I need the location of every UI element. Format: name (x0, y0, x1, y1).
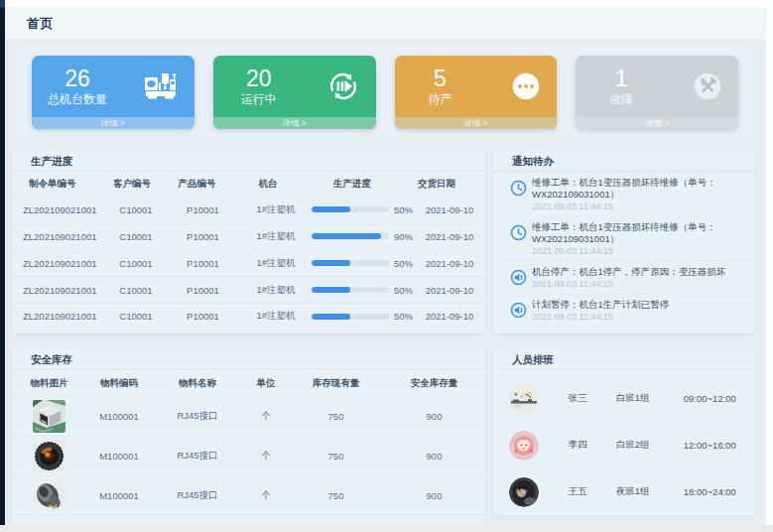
material-name: RJ45接口 (152, 489, 243, 502)
order-no: ZL202109021001 (12, 258, 106, 269)
stat-card-fault[interactable]: 1 故障 (576, 56, 738, 129)
stat-card-total-machines[interactable]: 26 总机台数量 (32, 56, 194, 129)
stock-safe: 900 (383, 411, 485, 422)
progress-track (312, 314, 389, 320)
customer-no: C10001 (106, 231, 166, 242)
column-header: 机台 (233, 178, 303, 191)
table-row[interactable]: M100001 RJ45接口 个 750 900 (12, 475, 485, 515)
notification-text: 维修工单：机台1变压器损坏待维修（单号：WX202109031001） (532, 177, 749, 200)
notification-time: 2021.09.03 11:44:15 (532, 278, 749, 290)
progress-fill (312, 260, 350, 266)
waiting-icon (512, 72, 540, 100)
delivery-date: 2021-09-10 (414, 204, 485, 215)
tab-home[interactable]: 首页 (27, 15, 54, 33)
column-header: 交货日期 (402, 178, 471, 191)
waiting-value: 5 (395, 66, 486, 90)
notification-item[interactable]: 维修工单：机台1变压器损坏待维修（单号：WX202109031001） 2021… (493, 172, 755, 216)
detail-link-label: 详情 > (463, 118, 487, 128)
speaker-driver-photo (33, 440, 65, 472)
bottom-edge (0, 525, 773, 532)
material-unit: 个 (243, 489, 289, 502)
table-row[interactable]: ZL202109021001 C10001 P10001 1#注塑机 50% 2… (12, 249, 485, 276)
machine-name: 1#注塑机 (240, 203, 312, 216)
stock-current: 750 (289, 411, 383, 422)
notification-time: 2021.09.03 11:44:15 (532, 200, 749, 212)
stock-safe: 900 (383, 490, 485, 501)
table-row[interactable]: M100001 RJ45接口 个 750 900 (12, 396, 485, 436)
avatar-wangwu (509, 477, 539, 507)
order-no: ZL202109021001 (12, 285, 106, 296)
column-header: 物料编码 (86, 377, 152, 390)
progress-fill (312, 314, 350, 320)
notification-item[interactable]: 维修工单：机台1变压器损坏待维修（单号：WX202109031001） 2021… (493, 216, 755, 261)
progress-label: 50% (394, 311, 413, 322)
progress-fill (312, 233, 381, 239)
progress-fill (312, 206, 350, 212)
table-row[interactable]: ZL202109021001 C10001 P10001 1#注塑机 50% 2… (12, 196, 485, 222)
right-edge (766, 0, 773, 525)
order-no: ZL202109021001 (12, 311, 106, 322)
progress-cell: 50% (312, 311, 414, 322)
clock-icon (510, 224, 527, 241)
stock-current: 750 (289, 490, 383, 501)
column-header: 库存现有量 (289, 377, 383, 390)
material-code: M100001 (86, 490, 152, 501)
progress-cell: 50% (312, 258, 414, 269)
progress-cell: 90% (312, 231, 414, 242)
stat-card-running[interactable]: 20 运行中 (213, 56, 376, 129)
sidebar-collapsed-strip[interactable] (0, 0, 5, 525)
progress-label: 50% (394, 258, 413, 269)
progress-fill (312, 287, 350, 293)
total-machines-label: 总机台数量 (32, 93, 123, 106)
table-header: 物料图片 物料编码 物料名称 单位 库存现有量 安全库存量 (12, 370, 485, 396)
notifications-panel: 通知待办 维修工单：机台1变压器损坏待维修（单号：WX202109031001）… (493, 149, 755, 333)
speaker-icon (510, 269, 527, 286)
total-machines-detail-link[interactable]: 详情 > (32, 117, 194, 129)
notification-time: 2021.09.03 11:44:15 (532, 311, 749, 323)
progress-cell: 50% (312, 204, 414, 215)
stat-card-waiting[interactable]: 5 待产 详情 > (395, 56, 558, 129)
safety-stock-panel: 安全库存 物料图片 物料编码 物料名称 单位 库存现有量 安全库存量 (12, 347, 485, 532)
card-main: 26 总机台数量 (32, 56, 194, 117)
machine-name: 1#注塑机 (240, 310, 312, 323)
detail-link-label: 详情 > (645, 118, 669, 128)
running-label: 运行中 (213, 93, 305, 106)
notification-item[interactable]: 机台停产：机台1停产，停产原因：变压器损坏 2021.09.03 11:44:1… (493, 261, 755, 294)
notification-item[interactable]: 计划暂停：机台1生产计划已暂停 2021.09.03 11:44:15 (493, 294, 755, 327)
notification-time: 2021.09.03 11:44:15 (532, 245, 749, 257)
fault-detail-link[interactable]: 详情 > (576, 117, 738, 129)
fault-value: 1 (576, 66, 667, 90)
notification-text: 维修工单：机台1变压器损坏待维修（单号：WX202109031001） (532, 221, 749, 245)
column-header: 制令单编号 (12, 178, 103, 191)
total-machines-value: 26 (32, 66, 123, 90)
staff-schedule-panel: 人员排班 张三 (493, 347, 755, 515)
schedule-row[interactable]: 张三 白班1组 09:00~12:00 (493, 375, 755, 422)
schedule-row[interactable]: 王五 夜班1组 18:00~24:00 (493, 468, 755, 515)
table-row[interactable]: ZL202109021001 C10001 P10001 1#注塑机 50% 2… (12, 303, 485, 330)
column-header: 物料图片 (12, 377, 86, 390)
progress-cell: 50% (312, 285, 414, 296)
production-progress-panel: 生产进度 制令单编号 客户编号 产品编号 机台 生产进度 交货日期 ZL2021… (12, 149, 485, 333)
material-name: RJ45接口 (152, 410, 243, 423)
clock-icon (510, 180, 527, 197)
material-code: M100001 (86, 411, 152, 422)
loudspeaker-photo (33, 479, 65, 512)
table-row[interactable]: ZL202109021001 C10001 P10001 1#注塑机 50% 2… (12, 276, 485, 303)
table-row[interactable]: ZL202109021001 C10001 P10001 1#注塑机 90% 2… (12, 222, 485, 249)
material-code: M100001 (86, 451, 152, 462)
table-row[interactable]: M100001 RJ45接口 个 750 900 (12, 436, 485, 475)
schedule-row[interactable]: 李四 白班2组 12:00~16:00 (493, 422, 755, 468)
avatar-zhangsan (509, 384, 539, 414)
dashboard-content: 26 总机台数量 (5, 39, 766, 525)
delivery-date: 2021-09-10 (414, 231, 485, 242)
machine-name: 1#注塑机 (240, 257, 312, 270)
progress-label: 90% (394, 231, 413, 242)
panel-title: 通知待办 (493, 149, 755, 172)
panel-title: 安全库存 (12, 347, 485, 370)
customer-no: C10001 (106, 258, 166, 269)
waiting-detail-link[interactable]: 详情 > (395, 117, 558, 129)
material-unit: 个 (243, 450, 289, 463)
staff-name: 李四 (555, 439, 601, 452)
running-detail-link[interactable]: 详情 > (213, 117, 376, 129)
staff-shift: 白班1组 (601, 392, 665, 405)
